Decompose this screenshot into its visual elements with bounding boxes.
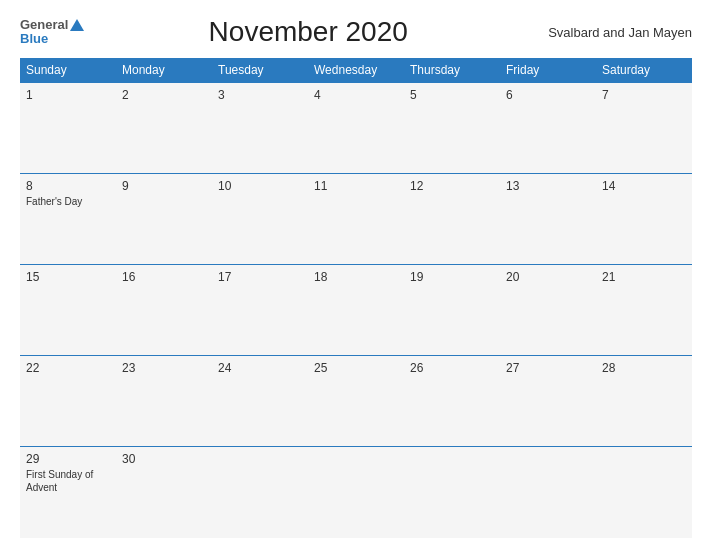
day-number: 21	[602, 270, 686, 284]
week-row-4: 22232425262728	[20, 356, 692, 447]
day-cell: 11	[308, 174, 404, 265]
day-number: 16	[122, 270, 206, 284]
day-cell: 17	[212, 265, 308, 356]
day-cell: 30	[116, 447, 212, 538]
day-cell: 20	[500, 265, 596, 356]
day-cell: 7	[596, 83, 692, 174]
region-label: Svalbard and Jan Mayen	[532, 25, 692, 40]
day-number: 5	[410, 88, 494, 102]
day-cell: 13	[500, 174, 596, 265]
day-number: 14	[602, 179, 686, 193]
day-number: 17	[218, 270, 302, 284]
day-cell	[308, 447, 404, 538]
week-row-1: 1234567	[20, 83, 692, 174]
day-number: 9	[122, 179, 206, 193]
day-cell: 21	[596, 265, 692, 356]
header-saturday: Saturday	[596, 58, 692, 83]
header-thursday: Thursday	[404, 58, 500, 83]
day-cell: 14	[596, 174, 692, 265]
weekday-header-row: Sunday Monday Tuesday Wednesday Thursday…	[20, 58, 692, 83]
logo-blue-text: Blue	[20, 32, 84, 46]
day-cell: 19	[404, 265, 500, 356]
day-cell	[596, 447, 692, 538]
day-cell: 8Father's Day	[20, 174, 116, 265]
day-number: 24	[218, 361, 302, 375]
day-cell	[212, 447, 308, 538]
day-cell: 9	[116, 174, 212, 265]
day-number: 22	[26, 361, 110, 375]
day-cell: 26	[404, 356, 500, 447]
day-cell: 5	[404, 83, 500, 174]
event-label: First Sunday of Advent	[26, 468, 110, 494]
header-monday: Monday	[116, 58, 212, 83]
day-number: 3	[218, 88, 302, 102]
day-cell: 24	[212, 356, 308, 447]
day-cell: 2	[116, 83, 212, 174]
day-number: 12	[410, 179, 494, 193]
day-cell	[404, 447, 500, 538]
day-number: 27	[506, 361, 590, 375]
calendar-table: Sunday Monday Tuesday Wednesday Thursday…	[20, 58, 692, 538]
day-cell: 23	[116, 356, 212, 447]
day-number: 6	[506, 88, 590, 102]
calendar-page: General Blue November 2020 Svalbard and …	[0, 0, 712, 550]
day-number: 29	[26, 452, 110, 466]
week-row-2: 8Father's Day91011121314	[20, 174, 692, 265]
day-number: 2	[122, 88, 206, 102]
logo-general-text: General	[20, 18, 68, 32]
header-wednesday: Wednesday	[308, 58, 404, 83]
day-cell: 15	[20, 265, 116, 356]
day-cell: 25	[308, 356, 404, 447]
day-cell: 28	[596, 356, 692, 447]
week-row-5: 29First Sunday of Advent30	[20, 447, 692, 538]
day-cell: 4	[308, 83, 404, 174]
day-cell: 16	[116, 265, 212, 356]
day-number: 4	[314, 88, 398, 102]
day-cell: 29First Sunday of Advent	[20, 447, 116, 538]
calendar-title: November 2020	[84, 16, 532, 48]
calendar-header: General Blue November 2020 Svalbard and …	[20, 16, 692, 48]
day-number: 10	[218, 179, 302, 193]
event-label: Father's Day	[26, 195, 110, 208]
day-number: 1	[26, 88, 110, 102]
day-number: 11	[314, 179, 398, 193]
day-number: 18	[314, 270, 398, 284]
day-number: 15	[26, 270, 110, 284]
day-cell: 27	[500, 356, 596, 447]
header-tuesday: Tuesday	[212, 58, 308, 83]
day-cell: 18	[308, 265, 404, 356]
day-number: 26	[410, 361, 494, 375]
logo-triangle-icon	[70, 19, 84, 31]
day-number: 19	[410, 270, 494, 284]
day-number: 28	[602, 361, 686, 375]
day-number: 13	[506, 179, 590, 193]
day-number: 30	[122, 452, 206, 466]
day-cell: 3	[212, 83, 308, 174]
week-row-3: 15161718192021	[20, 265, 692, 356]
day-cell: 10	[212, 174, 308, 265]
day-cell: 6	[500, 83, 596, 174]
day-cell: 1	[20, 83, 116, 174]
day-number: 20	[506, 270, 590, 284]
day-cell: 12	[404, 174, 500, 265]
day-cell	[500, 447, 596, 538]
header-friday: Friday	[500, 58, 596, 83]
day-number: 7	[602, 88, 686, 102]
day-number: 8	[26, 179, 110, 193]
header-sunday: Sunday	[20, 58, 116, 83]
logo: General Blue	[20, 18, 84, 47]
day-cell: 22	[20, 356, 116, 447]
day-number: 25	[314, 361, 398, 375]
day-number: 23	[122, 361, 206, 375]
